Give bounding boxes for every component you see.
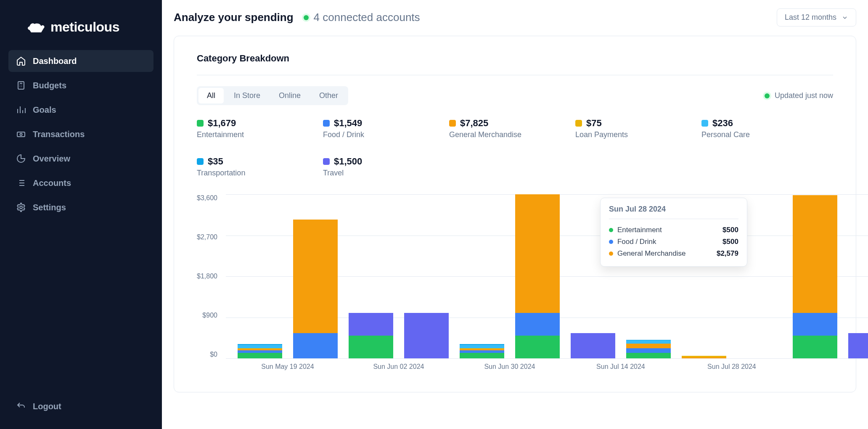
x-tick: Sun Jun 30 2024 — [460, 363, 560, 371]
page-header: Analyze your spending 4 connected accoun… — [174, 8, 856, 26]
bar-segment — [793, 195, 837, 312]
sidebar: meticulous DashboardBudgetsGoalsTransact… — [0, 0, 162, 429]
dropdown-label: Last 12 months — [785, 13, 836, 22]
color-swatch — [449, 120, 456, 127]
bar-column[interactable] — [404, 313, 449, 358]
tab-online[interactable]: Online — [270, 88, 309, 103]
bar-column[interactable] — [848, 333, 868, 358]
y-tick: $900 — [202, 312, 217, 319]
bar-column[interactable] — [571, 333, 615, 358]
legend-amount: $7,825 — [460, 118, 488, 129]
tooltip-dot-icon — [609, 252, 613, 256]
x-tick: Sun Jul 14 2024 — [571, 363, 671, 371]
bar-segment — [793, 313, 837, 336]
sidebar-item-dashboard[interactable]: Dashboard — [8, 50, 153, 72]
bar-segment — [515, 194, 560, 313]
sidebar-item-overview[interactable]: Overview — [8, 148, 153, 169]
x-tick: Sun Jul 28 2024 — [682, 363, 782, 371]
sidebar-item-transactions[interactable]: Transactions — [8, 123, 153, 145]
chart: $3,600$2,700$1,800$900$0 Sun May 19 2024… — [197, 194, 833, 375]
bar-segment — [404, 313, 449, 358]
plot-area: Sun May 19 2024Sun Jun 02 2024Sun Jun 30… — [226, 194, 868, 375]
updated-label: Updated just now — [775, 91, 833, 100]
x-tick: Sun Jun 02 2024 — [349, 363, 449, 371]
x-axis: Sun May 19 2024Sun Jun 02 2024Sun Jun 30… — [226, 358, 868, 375]
tooltip-category: Entertainment — [617, 226, 662, 234]
tooltip-category: General Merchandise — [617, 249, 686, 258]
bear-icon — [26, 21, 46, 34]
bar-segment — [460, 345, 504, 349]
bar-segment — [238, 345, 282, 349]
cash-icon — [16, 129, 26, 139]
legend-label: Loan Payments — [575, 130, 651, 139]
bars — [226, 194, 868, 358]
svg-rect-1 — [17, 132, 25, 137]
color-swatch — [323, 158, 330, 165]
legend-label: Entertainment — [197, 130, 273, 139]
page-title: Analyze your spending — [174, 11, 294, 24]
channel-tabs: AllIn StoreOnlineOther — [197, 86, 348, 105]
sidebar-item-budgets[interactable]: Budgets — [8, 74, 153, 96]
tab-other[interactable]: Other — [311, 88, 347, 103]
bar-column[interactable] — [293, 220, 338, 358]
svg-point-2 — [20, 133, 22, 135]
tooltip-dot-icon — [609, 228, 613, 232]
connected-accounts: 4 connected accounts — [304, 11, 420, 24]
legend-label: General Merchandise — [449, 130, 525, 139]
bar-column[interactable] — [238, 344, 282, 358]
bar-segment — [515, 336, 560, 358]
category-legend: $1,679Entertainment$1,549Food / Drink$7,… — [197, 118, 833, 177]
logout-button[interactable]: Logout — [8, 395, 153, 417]
tooltip-title: Sun Jul 28 2024 — [609, 205, 738, 219]
bar-column[interactable] — [626, 340, 671, 358]
legend-item: $1,679Entertainment — [197, 118, 273, 139]
y-tick: $0 — [210, 351, 217, 358]
legend-amount: $1,549 — [334, 118, 362, 129]
status-dot-icon — [304, 15, 309, 20]
bar-segment — [626, 344, 671, 348]
color-swatch — [701, 120, 708, 127]
legend-label: Food / Drink — [323, 130, 399, 139]
legend-label: Travel — [323, 169, 399, 177]
pie-icon — [16, 154, 26, 164]
divider — [197, 75, 833, 75]
bar-segment — [238, 353, 282, 358]
bar-segment — [848, 333, 868, 358]
sidebar-item-label: Dashboard — [33, 56, 77, 66]
y-tick: $3,600 — [197, 194, 217, 202]
sidebar-item-accounts[interactable]: Accounts — [8, 172, 153, 194]
sidebar-item-settings[interactable]: Settings — [8, 196, 153, 218]
legend-item: $75Loan Payments — [575, 118, 651, 139]
svg-rect-0 — [18, 82, 24, 89]
sidebar-item-label: Budgets — [33, 81, 66, 90]
bar-segment — [793, 336, 837, 358]
legend-amount: $1,500 — [334, 156, 362, 167]
bar-segment — [349, 336, 393, 358]
card-title: Category Breakdown — [197, 53, 833, 64]
legend-item: $1,549Food / Drink — [323, 118, 399, 139]
undo-icon — [16, 401, 26, 411]
bar-column[interactable] — [793, 195, 837, 358]
bar-segment — [626, 348, 671, 353]
bar-column[interactable] — [515, 194, 560, 358]
tooltip-row: Entertainment$500 — [609, 224, 738, 236]
color-swatch — [323, 120, 330, 127]
bar-segment — [293, 220, 338, 334]
calculator-icon — [16, 80, 26, 90]
bar-column[interactable] — [460, 344, 504, 358]
bar-column[interactable] — [682, 356, 726, 359]
tab-in-store[interactable]: In Store — [225, 88, 269, 103]
sidebar-item-label: Goals — [33, 105, 56, 115]
bar-column[interactable] — [349, 313, 393, 358]
brand-name: meticulous — [50, 19, 119, 35]
tab-all[interactable]: All — [198, 88, 224, 103]
brand-logo: meticulous — [26, 19, 153, 35]
color-swatch — [197, 120, 204, 127]
period-dropdown[interactable]: Last 12 months — [777, 8, 856, 26]
sidebar-item-goals[interactable]: Goals — [8, 99, 153, 121]
sidebar-item-label: Accounts — [33, 178, 71, 188]
legend-amount: $35 — [208, 156, 223, 167]
tooltip-row: Food / Drink$500 — [609, 236, 738, 248]
bar-segment — [626, 353, 671, 358]
bar-segment — [349, 313, 393, 336]
